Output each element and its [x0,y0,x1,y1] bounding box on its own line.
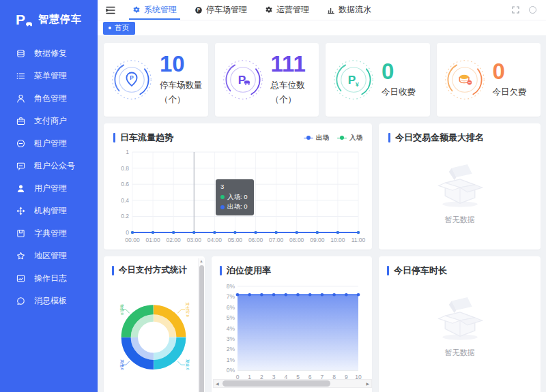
panel-traffic-trend: 日车流量趋势 出场入场 00:0001:0002:0003:0004:0005:… [104,123,372,250]
panel-payment-methods: 今日支付方式统计 微信:0支付宝:0现金:0其他:0 ▲ ▼ [104,256,205,392]
svg-text:2%: 2% [227,346,235,352]
legend-item-入场[interactable]: 入场 [337,134,362,142]
panel-title: 今日交易金额最大排名 [395,132,484,144]
svg-text:其他:0: 其他:0 [119,359,124,370]
svg-text:00:00: 00:00 [125,237,140,243]
tab-3[interactable]: 运营管理 [256,0,318,20]
row-charts-bottom: 今日支付方式统计 微信:0支付宝:0现金:0其他:0 ▲ ▼ 泊位使用率 [104,256,541,392]
svg-text:4%: 4% [227,325,235,332]
sidebar-item-6[interactable]: 租户公众号 [0,155,98,177]
traffic-trend-chart[interactable]: 00:0001:0002:0003:0004:0005:0006:0007:00… [113,147,362,250]
breadcrumb: 首页 [98,20,546,36]
top-navigation: 系统管理P停车场管理运营管理数据流水 [124,0,380,20]
scroll-up-icon[interactable]: ▲ [199,258,203,265]
stat-card-parking-lots: P 10 停车场数量（个） [104,43,208,117]
message-icon [16,297,25,305]
svg-text:P: P [130,75,134,81]
sidebar-item-label: 支付商户 [34,115,67,127]
panel-title: 今日停车时长 [394,265,447,277]
occupancy-area-chart[interactable]: 0%1%2%3%4%5%6%7%8%012345678910 [220,280,364,385]
sidebar-item-3[interactable]: 角色管理 [0,87,98,110]
sidebar-item-4[interactable]: 支付商户 [0,110,98,132]
panel-occupancy-rate: 泊位使用率 0%1%2%3%4%5%6%7%8%012345678910 [212,256,372,392]
panel-title: 今日支付方式统计 [119,265,187,276]
stat-label: 停车场数量（个） [160,78,204,108]
empty-box-illustration [430,162,490,208]
accent-bar [387,266,389,275]
sidebar-item-label: 消息模板 [34,295,67,307]
sidebar-item-label: 用户管理 [34,183,67,194]
svg-text:P: P [348,73,356,87]
svg-text:0.4: 0.4 [121,197,129,204]
tab-2[interactable]: P停车场管理 [186,0,256,20]
sidebar-item-label: 机构管理 [34,205,67,217]
empty-text: 暂无数据 [445,348,475,358]
tab-label: 停车场管理 [206,4,247,16]
sidebar-item-label: 菜单管理 [34,70,67,82]
row-charts-top: 日车流量趋势 出场入场 00:0001:0002:0003:0004:0005:… [104,123,541,250]
app-logo[interactable]: P 智慧停车 [0,0,98,38]
svg-text:11:00: 11:00 [351,237,366,243]
briefcase-icon [16,117,25,125]
dashboard-content: P 10 停车场数量（个） P [98,36,546,392]
stat-card-today-income: P ¥ 0 今日收费 [326,43,430,117]
sidebar-item-5[interactable]: 租户管理 [0,132,98,155]
sidebar-item-label: 地区管理 [34,250,67,262]
coins-icon [444,59,486,101]
main-area: 系统管理P停车场管理运营管理数据流水 首页 [98,0,546,392]
sidebar-item-label: 数据修复 [34,48,67,59]
log-icon [16,274,25,283]
svg-text:7%: 7% [227,293,235,300]
dictionary-icon [16,229,25,238]
svg-text:1%: 1% [227,357,235,363]
sidebar-item-9[interactable]: 字典管理 [0,222,98,245]
sidebar-item-label: 字典管理 [34,228,67,239]
vertical-scrollbar[interactable]: ▲ ▼ [198,258,204,392]
empty-box-illustration [430,295,490,341]
payment-donut-chart[interactable]: 微信:0支付宝:0现金:0其他:0 [112,279,197,388]
svg-text:6%: 6% [227,304,235,311]
sidebar-item-11[interactable]: 操作日志 [0,267,98,290]
chart-legend: 出场入场 [304,134,362,142]
accent-bar [220,266,222,275]
svg-text:06:00: 06:00 [248,237,263,243]
svg-text:03:00: 03:00 [187,237,202,243]
legend-item-出场[interactable]: 出场 [304,134,329,142]
scrollbar-thumb[interactable] [199,265,204,392]
svg-text:0.8: 0.8 [121,165,129,172]
tab-4[interactable]: 数据流水 [318,0,380,20]
bar-chart-icon [327,6,335,14]
svg-text:现金:0: 现金:0 [185,359,190,370]
tab-label: 系统管理 [144,4,177,16]
sidebar-item-label: 角色管理 [34,93,67,104]
tab-label: 数据流水 [339,4,371,16]
scroll-left-icon[interactable]: ◀ [214,381,221,386]
database-icon [16,49,25,58]
stat-label: 总车位数（个） [271,78,315,108]
sidebar-item-1[interactable]: 数据修复 [0,42,98,65]
parking-circle-icon: P [195,6,203,14]
sidebar-item-10[interactable]: 地区管理 [0,245,98,267]
fullscreen-icon[interactable] [512,6,519,14]
breadcrumb-home[interactable]: 首页 [103,22,135,35]
sidebar-item-7[interactable]: 用户管理 [0,177,98,200]
horizontal-scrollbar[interactable]: ◀ ▶ [213,379,372,388]
user-solid-icon [16,184,25,193]
svg-text:5%: 5% [227,314,235,321]
accent-bar [388,133,390,142]
sidebar-item-label: 租户公众号 [34,160,75,172]
svg-text:05:00: 05:00 [228,237,243,243]
sidebar-item-2[interactable]: 菜单管理 [0,65,98,87]
panel-top-transactions: 今日交易金额最大排名 暂无数据 [379,123,541,250]
sidebar-item-12[interactable]: 消息模板 [0,290,98,312]
dot-icon [109,27,111,29]
avatar[interactable] [529,6,536,14]
svg-text:0%: 0% [227,367,235,374]
scrollbar-thumb[interactable] [222,380,330,387]
tab-1[interactable]: 系统管理 [124,0,186,20]
sidebar-item-8[interactable]: 机构管理 [0,200,98,222]
menu-collapse-icon[interactable] [98,0,124,20]
svg-text:02:00: 02:00 [167,237,182,243]
scroll-right-icon[interactable]: ▶ [364,381,371,386]
parking-car-icon: P [222,59,264,101]
